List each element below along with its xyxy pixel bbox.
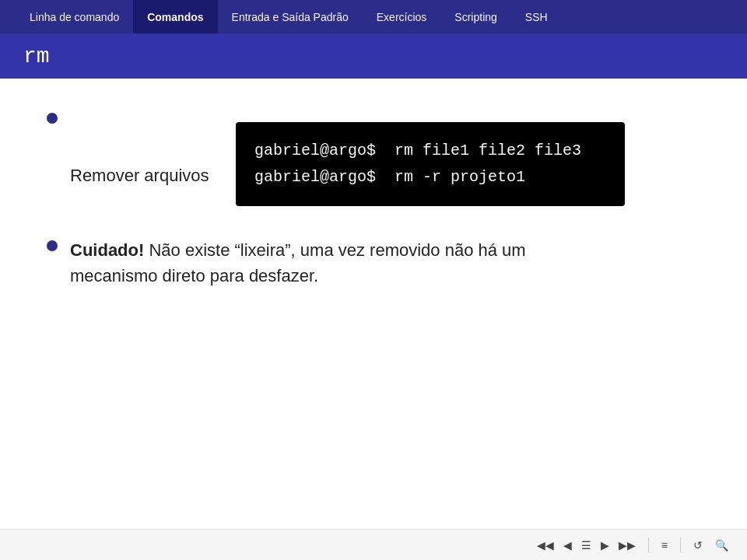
nav-search-icon[interactable]: 🔍 — [712, 537, 731, 553]
nav-toc-icon[interactable]: ≡ — [658, 537, 671, 553]
warning-cuidado: Cuidado! — [70, 240, 144, 260]
bullet-item-1: Remover arquivos gabriel@argo$ rm file1 … — [47, 110, 700, 219]
nav-item-exercicios[interactable]: Exercícios — [363, 0, 441, 33]
bullet-dot-2 — [47, 240, 58, 251]
nav-separator-2 — [680, 537, 681, 553]
bullet-item-2: Cuidado! Não existe “lixeira”, uma vez r… — [47, 237, 700, 289]
nav-item-entrada-saida[interactable]: Entrada e Saída Padrão — [218, 0, 363, 33]
nav-separator-1 — [648, 537, 649, 553]
terminal-line-2: gabriel@argo$ rm -r projeto1 — [254, 164, 606, 191]
nav-icons-group: ◀◀ ◀ ☰ ▶ ▶▶ — [534, 537, 639, 553]
terminal-line-1: gabriel@argo$ rm file1 file2 file3 — [254, 138, 606, 164]
nav-item-scripting[interactable]: Scripting — [440, 0, 510, 33]
warning-body-2: mecanismo direto para desfazer. — [70, 266, 318, 285]
warning-text: Cuidado! Não existe “lixeira”, uma vez r… — [70, 237, 526, 289]
nav-list-icon[interactable]: ☰ — [578, 537, 594, 553]
nav-item-comandos[interactable]: Comandos — [133, 0, 217, 33]
nav-next-icon[interactable]: ▶ — [598, 537, 612, 553]
main-content: Remover arquivos gabriel@argo$ rm file1 … — [0, 79, 747, 338]
nav-item-linha-de-comando[interactable]: Linha de comando — [16, 0, 133, 33]
nav-refresh-icon[interactable]: ↺ — [690, 537, 706, 553]
navbar: Linha de comando Comandos Entrada e Saíd… — [0, 0, 747, 33]
terminal-block: gabriel@argo$ rm file1 file2 file3 gabri… — [236, 122, 625, 206]
nav-first-icon[interactable]: ◀◀ — [534, 537, 557, 553]
bullet-text-1: Remover arquivos — [70, 166, 209, 185]
nav-item-ssh[interactable]: SSH — [511, 0, 562, 33]
nav-last-icon[interactable]: ▶▶ — [615, 537, 639, 553]
nav-prev-icon[interactable]: ◀ — [560, 537, 575, 553]
bottom-bar: ◀◀ ◀ ☰ ▶ ▶▶ ≡ ↺ 🔍 — [0, 529, 747, 560]
bullet-dot-1 — [47, 113, 58, 124]
section-header: rm — [0, 33, 747, 79]
section-title: rm — [23, 44, 50, 68]
warning-body-1: Não existe “lixeira”, uma vez removido n… — [144, 240, 525, 260]
